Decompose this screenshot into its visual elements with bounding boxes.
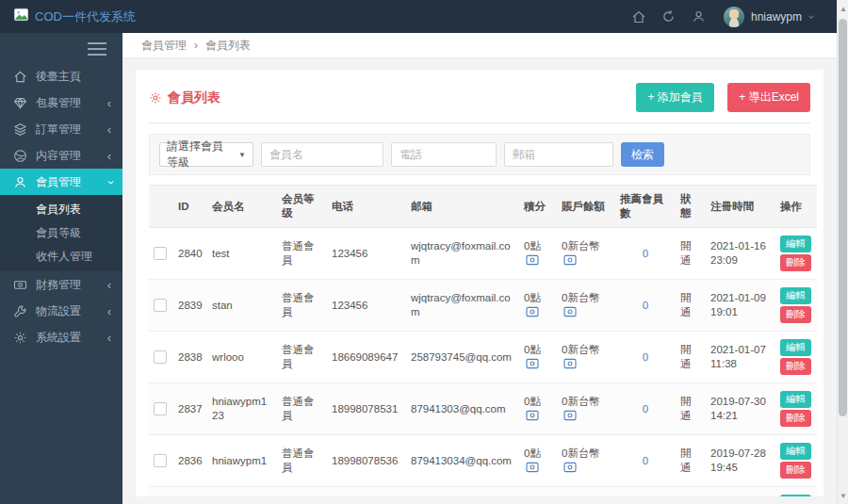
sidebar-item-home[interactable]: 後臺主頁 [0,63,122,89]
checkbox-cell [149,228,173,280]
chevron-icon: ‹ [107,279,111,291]
export-excel-button[interactable]: + 導出Excel [727,83,810,112]
row-checkbox[interactable] [154,454,167,467]
header-buttons: + 添加會員 + 導出Excel [636,83,810,112]
email-input[interactable] [504,142,613,167]
operations-cell: 編輯刪除 [775,332,817,383]
member-name-cell: stan [207,280,277,332]
gear-icon [149,91,162,105]
member-name-input[interactable] [261,142,383,167]
edit-button[interactable]: 編輯 [780,287,811,304]
member-level-cell: 普通會員 [277,383,327,435]
edit-balance-icon[interactable] [563,462,577,473]
edit-button[interactable]: 編輯 [780,391,811,408]
edit-balance-icon[interactable] [563,254,577,266]
email-cell: 123@123123.com [406,487,519,497]
plus-icon: + [647,90,654,104]
referral-count-link[interactable]: 0 [643,248,648,259]
sidebar-item-packages[interactable]: 包裹管理‹ [0,89,122,116]
sidebar-menu: 後臺主頁包裹管理‹訂單管理‹内容管理‹會員管理‹會員列表會員等級收件人管理財務管… [0,63,122,350]
phone-input[interactable] [391,142,497,167]
points-value: 0點 [524,447,541,459]
delete-button[interactable]: 刪除 [780,254,811,271]
register-time-cell: 2021-01-16 23:09 [706,228,775,280]
edit-balance-icon[interactable] [563,306,577,317]
sidebar-subitem[interactable]: 會員等級 [0,221,122,245]
sidebar-item-content[interactable]: 内容管理‹ [0,142,122,169]
edit-button[interactable]: 編輯 [780,495,811,496]
edit-points-icon[interactable] [526,410,539,421]
member-name-cell: hniawypm1 [207,435,277,487]
chevron-icon: ‹ [103,180,115,184]
member-level-select[interactable]: 請選擇會員等級 ▼ [159,142,253,167]
delete-button[interactable]: 刪除 [780,462,811,479]
user-avatar[interactable] [724,7,744,27]
operations-cell: 編輯刪除 [775,435,817,487]
sidebar-subitem[interactable]: 收件人管理 [0,245,122,268]
scrollbar[interactable]: ▲ ▼ [837,0,848,504]
edit-balance-icon[interactable] [563,358,577,369]
edit-button[interactable]: 編輯 [780,236,811,252]
settings-icon [13,331,27,345]
points-value: 0點 [524,240,541,252]
edit-balance-icon[interactable] [563,410,577,421]
balance-value: 0新台幣 [562,240,600,252]
edit-button[interactable]: 編輯 [780,339,811,356]
refresh-icon[interactable] [654,9,684,24]
row-checkbox[interactable] [154,350,167,364]
breadcrumb: 會員管理 › 會員列表 [122,33,837,58]
edit-points-icon[interactable] [526,306,539,317]
points-value: 0點 [524,396,541,407]
email-cell: wjqtracy@foxmail.com [406,280,519,332]
user-icon[interactable] [684,9,714,24]
register-time-cell: 2019-07-06 22:15 [706,487,775,497]
menu-toggle-icon[interactable] [0,33,122,63]
balance-cell: 0新台幣 [557,228,615,280]
home-icon[interactable] [624,9,654,24]
sidebar-item-logistics[interactable]: 物流設置‹ [0,298,122,324]
edit-points-icon[interactable] [526,358,539,369]
chevron-down-icon[interactable] [807,12,816,22]
row-checkbox[interactable] [154,247,167,260]
row-checkbox[interactable] [154,299,167,312]
sidebar-item-label: 包裹管理 [36,95,81,111]
chevron-icon: ‹ [107,150,111,162]
username-label[interactable]: hniawypm [751,10,802,24]
content-area: 會員列表 + 添加會員 + 導出Excel 請選擇會員等級 ▼ [122,58,837,504]
operations-cell: 編輯刪除 [775,280,817,332]
sidebar: 後臺主頁包裹管理‹訂單管理‹内容管理‹會員管理‹會員列表會員等級收件人管理財務管… [0,33,122,504]
referral-count-link[interactable]: 0 [643,455,648,466]
row-checkbox[interactable] [154,402,167,415]
referrals-cell: 0 [615,487,676,497]
app-logo[interactable]: COD一件代发系统 [13,8,136,25]
delete-button[interactable]: 刪除 [780,358,811,375]
edit-points-icon[interactable] [526,254,539,266]
sidebar-item-settings[interactable]: 系統設置‹ [0,324,122,350]
sidebar-item-orders[interactable]: 訂單管理‹ [0,116,122,142]
referral-count-link[interactable]: 0 [643,300,648,311]
column-header: ID [173,186,207,228]
scroll-down-icon[interactable]: ▼ [838,492,848,500]
scrollbar-thumb[interactable] [839,19,847,416]
breadcrumb-section[interactable]: 會員管理 [141,38,187,54]
add-member-button[interactable]: + 添加會員 [636,83,713,112]
delete-button[interactable]: 刪除 [780,410,811,427]
sidebar-item-members[interactable]: 會員管理‹ [0,169,122,195]
search-button[interactable]: 檢索 [621,142,664,167]
member-id-cell: 2836 [173,435,207,487]
card-header: 會員列表 + 添加會員 + 導出Excel [149,77,810,123]
points-cell: 0點 [519,228,557,280]
scroll-up-icon[interactable]: ▲ [838,5,848,13]
referrals-cell: 0 [615,280,676,332]
sidebar-item-finance[interactable]: 財務管理‹ [0,271,122,298]
delete-button[interactable]: 刪除 [780,306,811,323]
balance-value: 0新台幣 [562,396,600,407]
edit-button[interactable]: 編輯 [780,443,811,460]
points-value: 0點 [524,344,541,355]
sidebar-subitem[interactable]: 會員列表 [0,198,122,221]
edit-points-icon[interactable] [526,462,539,473]
referrals-cell: 0 [615,332,676,383]
referral-count-link[interactable]: 0 [643,351,648,363]
email-cell: wjqtracy@foxmail.com [406,228,519,280]
referral-count-link[interactable]: 0 [643,403,648,415]
